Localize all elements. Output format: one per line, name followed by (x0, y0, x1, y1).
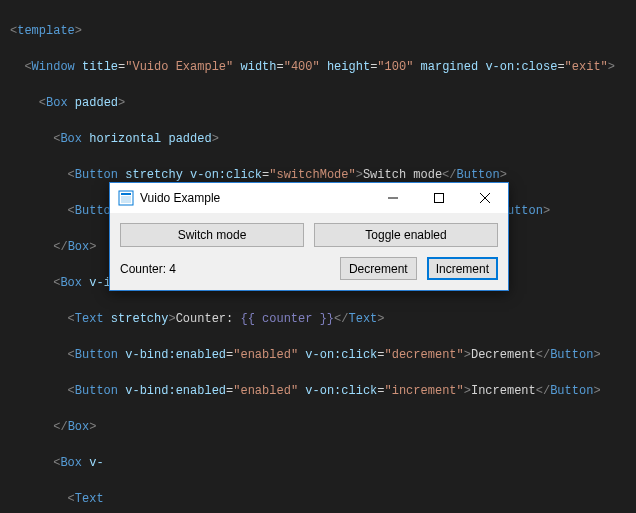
counter-label: Counter: 4 (120, 260, 330, 278)
window-client: Switch mode Toggle enabled Counter: 4 De… (110, 213, 508, 290)
switch-mode-button[interactable]: Switch mode (120, 223, 304, 247)
app-window: Vuido Example Switch mode Toggle enabled… (109, 182, 509, 291)
svg-rect-1 (121, 193, 131, 195)
maximize-button[interactable] (416, 183, 462, 213)
titlebar[interactable]: Vuido Example (110, 183, 508, 213)
increment-button[interactable]: Increment (427, 257, 498, 280)
svg-rect-2 (121, 196, 131, 203)
svg-rect-4 (435, 194, 444, 203)
app-icon (118, 190, 134, 206)
toggle-enabled-button[interactable]: Toggle enabled (314, 223, 498, 247)
close-button[interactable] (462, 183, 508, 213)
window-title: Vuido Example (140, 189, 370, 207)
minimize-button[interactable] (370, 183, 416, 213)
decrement-button[interactable]: Decrement (340, 257, 417, 280)
